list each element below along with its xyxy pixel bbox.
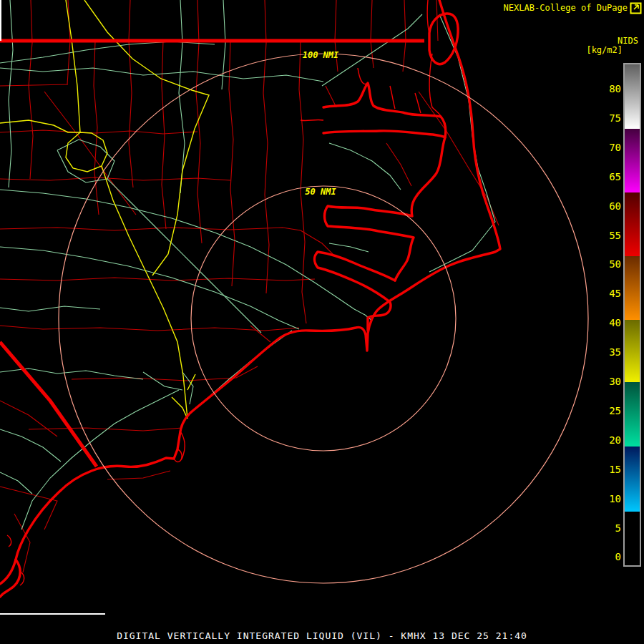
range-ring-50nmi	[191, 186, 456, 451]
county-boundaries	[0, 0, 499, 572]
colorbar-tick-label: 40	[592, 316, 621, 329]
colorbar-tick-label: 80	[592, 82, 621, 95]
colorbar-tick-label: 5	[592, 522, 621, 535]
colorbar-tick-label: 30	[592, 375, 621, 388]
colorbar-tick-label: 50	[592, 258, 621, 270]
highway-network	[0, 0, 209, 419]
coastline	[0, 0, 500, 597]
scale-units: [kg/m2]	[586, 45, 623, 55]
radar-viewer: NEXLAB-College of DuPage NIDS [kg/m2] 80…	[0, 0, 644, 644]
range-ring-label-50nmi: 50 NMI	[305, 187, 336, 197]
colorbar-tick-label: 65	[592, 170, 621, 183]
colorbar-tick-label: 60	[592, 200, 621, 213]
radar-map	[0, 0, 644, 644]
colorbar-tick-label: 25	[592, 404, 621, 417]
colorbar-tick-label: 35	[592, 346, 621, 358]
map-edge-lines	[0, 0, 105, 614]
colorbar-tick-label: 55	[592, 229, 621, 242]
college-of-dupage-logo-icon	[630, 2, 642, 14]
colorbar-tick-label: 10	[592, 492, 621, 505]
colorbar-tick-label: 45	[592, 287, 621, 300]
range-ring-label-100nmi: 100 NMI	[303, 50, 339, 60]
colorbar	[623, 63, 641, 567]
product-title: DIGITAL VERTICALLY INTEGRATED LIQUID (VI…	[0, 630, 644, 641]
colorbar-tick-label: 70	[592, 141, 621, 154]
colorbar-tick-label: 0	[592, 550, 621, 563]
colorbar-tick-label: 15	[592, 463, 621, 476]
brand-text: NEXLAB-College of DuPage	[504, 3, 628, 13]
colorbar-tick-label: 75	[592, 112, 621, 125]
road-network	[0, 0, 495, 530]
colorbar-tick-label: 20	[592, 434, 621, 447]
scale-title: NIDS	[618, 36, 638, 46]
